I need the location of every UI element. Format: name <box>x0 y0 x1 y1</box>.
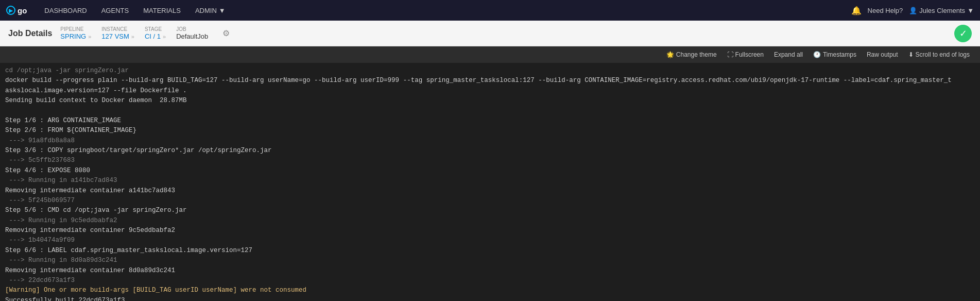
log-line: Step 6/6 : LABEL cdaf.spring_master_task… <box>5 246 975 256</box>
job-name-value: DefaultJob <box>176 32 208 40</box>
pipeline-arrow-icon: » <box>88 34 91 40</box>
notification-bell-icon[interactable]: 🔔 <box>851 6 862 15</box>
log-line: askslocal.image.version=127 --file Docke… <box>5 86 975 96</box>
log-toolbar: 🌟 Change theme ⛶ Fullscreen Expand all 🕐… <box>0 46 980 63</box>
job-success-icon: ✓ <box>954 25 972 42</box>
nav-dashboard[interactable]: DASHBOARD <box>37 0 94 21</box>
log-line: Removing intermediate container 9c5eddba… <box>5 226 975 236</box>
job-meta-item: Job DefaultJob <box>176 26 208 40</box>
settings-gear-icon[interactable]: ⚙ <box>222 28 230 38</box>
job-label: Job <box>176 26 208 32</box>
log-line: ---> Running in a141bc7ad843 <box>5 176 975 186</box>
stage-meta: Stage CI / 1 » <box>145 26 166 40</box>
nav-logo-text: go <box>18 6 27 15</box>
pipeline-label: Pipeline <box>60 26 91 32</box>
nav-items: DASHBOARD AGENTS MATERIALS ADMIN ▼ <box>37 0 851 21</box>
log-line: ---> 91a8fdb8a8a8 <box>5 136 975 146</box>
nav-logo[interactable]: ▶ go <box>6 6 27 15</box>
log-line: Step 1/6 : ARG CONTAINER_IMAGE <box>5 116 975 126</box>
fullscreen-button[interactable]: ⛶ Fullscreen <box>723 49 768 60</box>
log-content: cd /opt;java -jar springZero.jardocker b… <box>0 63 980 301</box>
nav-materials[interactable]: MATERIALS <box>136 0 188 21</box>
log-line: ---> 1b40474a9f09 <box>5 236 975 245</box>
palette-icon: 🌟 <box>666 51 674 58</box>
log-line: ---> Running in 9c5eddbabfa2 <box>5 216 975 226</box>
expand-all-button[interactable]: Expand all <box>770 49 807 60</box>
log-line: Step 2/6 : FROM ${CONTAINER_IMAGE} <box>5 126 975 136</box>
job-bar: Job Details Pipeline SPRING » Instance 1… <box>0 21 980 46</box>
nav-admin[interactable]: ADMIN ▼ <box>188 0 233 21</box>
pipeline-meta: Pipeline SPRING » <box>60 26 91 40</box>
nav-agents[interactable]: AGENTS <box>94 0 136 21</box>
stage-value[interactable]: CI / 1 » <box>145 32 166 40</box>
nav-right: 🔔 Need Help? 👤 Jules Clements ▼ <box>851 6 974 15</box>
log-line: Step 5/6 : CMD cd /opt;java -jar springZ… <box>5 206 975 215</box>
log-line: cd /opt;java -jar springZero.jar <box>5 66 975 76</box>
log-line: Sending build context to Docker daemon 2… <box>5 96 975 106</box>
stage-label: Stage <box>145 26 166 32</box>
log-line: ---> 5c5ffb237683 <box>5 156 975 165</box>
log-line: [Warning] One or more build-args [BUILD_… <box>5 286 975 295</box>
user-icon: 👤 <box>909 7 917 14</box>
instance-meta: Instance 127 VSM » <box>101 26 134 40</box>
log-line: ---> Running in 8d0a89d3c241 <box>5 256 975 265</box>
log-line: Step 4/6 : EXPOSE 8080 <box>5 166 975 176</box>
clock-icon: 🕐 <box>813 51 821 58</box>
need-help-link[interactable]: Need Help? <box>868 7 903 14</box>
job-meta: Pipeline SPRING » Instance 127 VSM » Sta… <box>60 26 230 40</box>
user-menu[interactable]: 👤 Jules Clements ▼ <box>909 7 974 14</box>
stage-arrow-icon: » <box>163 34 166 40</box>
log-line <box>5 106 975 116</box>
go-logo-icon: ▶ <box>6 6 15 15</box>
scroll-down-icon: ⬇ <box>908 51 914 58</box>
timestamps-button[interactable]: 🕐 Timestamps <box>809 49 861 60</box>
job-details-title: Job Details <box>8 29 52 38</box>
chevron-down-icon: ▼ <box>219 7 226 14</box>
instance-value[interactable]: 127 VSM » <box>101 32 134 40</box>
log-line: Removing intermediate container 8d0a89d3… <box>5 266 975 276</box>
log-line: docker build --progress plain --build-ar… <box>5 76 975 86</box>
user-chevron-icon: ▼ <box>967 7 974 14</box>
top-nav: ▶ go DASHBOARD AGENTS MATERIALS ADMIN ▼ … <box>0 0 980 21</box>
pipeline-value[interactable]: SPRING » <box>60 32 91 40</box>
instance-label: Instance <box>101 26 134 32</box>
log-line: Step 3/6 : COPY springboot/target/spring… <box>5 146 975 156</box>
log-line: Successfully built 22dcd673a1f3 <box>5 296 975 301</box>
log-line: ---> 5f245b069577 <box>5 196 975 206</box>
fullscreen-icon: ⛶ <box>727 51 733 58</box>
raw-output-button[interactable]: Raw output <box>863 49 902 60</box>
log-line: ---> 22dcd673a1f3 <box>5 276 975 286</box>
log-line: Removing intermediate container a141bc7a… <box>5 186 975 196</box>
instance-arrow-icon: » <box>131 34 134 40</box>
user-name: Jules Clements <box>919 7 965 14</box>
change-theme-button[interactable]: 🌟 Change theme <box>662 49 721 60</box>
scroll-to-end-button[interactable]: ⬇ Scroll to end of logs <box>904 49 974 60</box>
